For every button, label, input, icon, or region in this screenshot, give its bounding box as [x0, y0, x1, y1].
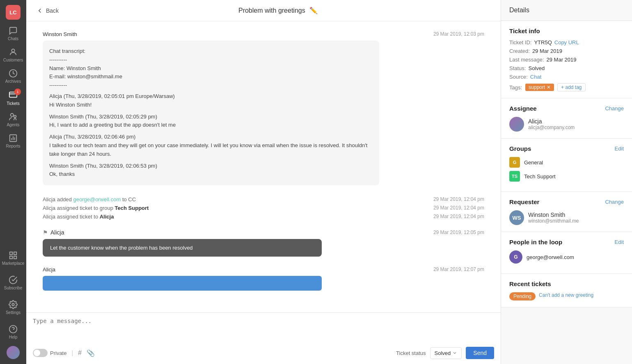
tag-remove-icon[interactable]: ✕ [547, 84, 551, 90]
group-badge-ts: TS [509, 171, 520, 182]
attachment-icon[interactable]: 📎 [87, 349, 95, 357]
ticket-title: Problem with greetings ✏️ [65, 7, 491, 14]
sidebar-item-agents[interactable]: Agents [0, 109, 26, 130]
message-group-last: Alicja 29 Mar 2019, 12:07 pm [43, 266, 484, 291]
tag-support[interactable]: support ✕ [525, 84, 554, 91]
send-button[interactable]: Send [466, 347, 494, 359]
assignee-change-link[interactable]: Change [605, 105, 624, 111]
sidebar-item-customers[interactable]: Customers [0, 44, 26, 66]
sidebar-item-help[interactable]: Help [2, 321, 24, 343]
note-bubble: Let the customer know when the problem h… [43, 239, 322, 257]
loop-row: G george@orwell.com [509, 250, 624, 264]
last-message-row: Last message: 29 Mar 2019 [509, 57, 624, 63]
svg-point-4 [11, 114, 14, 116]
chat-header: Back Problem with greetings ✏️ [26, 0, 501, 21]
event-group-time: 29 Mar 2019, 12:04 pm [433, 205, 484, 211]
sidebar-item-archives[interactable]: Archives [0, 66, 26, 87]
message-group-note: ⚑ Alicja 29 Mar 2019, 12:05 pm Let the c… [43, 229, 484, 257]
transcript-msg1: Alicja (Thu, 3/28/2019, 02:05:01 pm Euro… [49, 92, 373, 101]
message-header: Winston Smith 29 Mar 2019, 12:03 pm [43, 31, 484, 37]
ticket-info-header: Ticket info [509, 27, 624, 34]
ticket-info-section: Ticket info Ticket ID: YTR5Q Copy URL Cr… [501, 21, 632, 98]
main-content: Back Problem with greetings ✏️ Winston S… [26, 0, 501, 364]
hashtag-icon[interactable]: # [78, 349, 82, 357]
chat-area: Winston Smith 29 Mar 2019, 12:03 pm Chat… [26, 21, 501, 312]
groups-edit-link[interactable]: Edit [615, 146, 624, 152]
back-arrow-icon [36, 7, 44, 14]
sidebar-item-marketplace[interactable]: Marketplace [2, 248, 24, 269]
toggle-switch[interactable] [33, 349, 48, 357]
svg-rect-11 [14, 252, 16, 255]
source-row: Source: Chat [509, 74, 624, 80]
last-msg-time: 29 Mar 2019, 12:07 pm [433, 266, 484, 273]
transcript-name: Name: Winston Smith [49, 64, 373, 73]
svg-rect-10 [10, 252, 12, 255]
sidebar: LC Chats Customers Archives 1 Tickets Ag… [0, 0, 26, 364]
requester-section: Requester Change WS Winston Smith winsto… [501, 192, 632, 232]
people-loop-header: People in the loop Edit [509, 239, 624, 246]
ticket-id-row: Ticket ID: YTR5Q Copy URL [509, 39, 624, 46]
sidebar-item-subscribe-label: Subscribe [4, 286, 22, 290]
transcript-msg2-text: Hi, I want to add a greeting but the app… [49, 121, 373, 130]
event-cc-link[interactable]: george@orwell.com [73, 196, 121, 202]
back-button[interactable]: Back [36, 7, 59, 14]
svg-point-5 [14, 115, 16, 118]
event-group-text: Alicja assigned ticket to group Tech Sup… [43, 205, 149, 211]
group-row-general: G General [509, 157, 624, 168]
transcript-msg4: Winston Smith (Thu, 3/28/2019, 02:06:53 … [49, 162, 373, 171]
last-msg-bubble [43, 276, 322, 291]
transcript-email: E-mail: winston@smithmail.me [49, 73, 373, 81]
system-events: Alicja added george@orwell.com to CC 29 … [43, 195, 484, 221]
transcript-msg1-text: Hi Winston Smith! [49, 101, 373, 109]
tags-row: Tags: support ✕ + add tag [509, 83, 624, 91]
sidebar-item-subscribe[interactable]: Subscribe [2, 272, 24, 293]
sidebar-item-settings[interactable]: Settings [2, 297, 24, 318]
last-msg-header: Alicja 29 Mar 2019, 12:07 pm [43, 266, 484, 273]
edit-title-icon[interactable]: ✏️ [309, 7, 318, 14]
assignee-name: Alicja [528, 118, 575, 125]
status-value: Solved [435, 350, 451, 356]
group-name-general: General [524, 159, 543, 166]
tag-support-label: support [529, 84, 545, 90]
ticket-info-title: Ticket info [509, 27, 540, 34]
last-message-label: Last message: [509, 57, 544, 63]
source-value[interactable]: Chat [530, 74, 541, 80]
message-time: 29 Mar 2019, 12:03 pm [433, 31, 484, 37]
private-toggle[interactable]: Private [33, 349, 66, 357]
ticket-status-badge: Pending [509, 292, 536, 300]
event-assign-text: Alicja assigned ticket to Alicja [43, 214, 114, 220]
note-author-row: ⚑ Alicja 29 Mar 2019, 12:05 pm [43, 229, 484, 236]
people-loop-edit-link[interactable]: Edit [615, 239, 624, 245]
event-assign-time: 29 Mar 2019, 12:04 pm [433, 214, 484, 220]
message-group-transcript: Winston Smith 29 Mar 2019, 12:03 pm Chat… [43, 31, 484, 185]
transcript-msg2: Winston Smith (Thu, 3/28/2019, 02:05:29 … [49, 113, 373, 121]
ticket-link[interactable]: Can't add a new greeting [539, 292, 593, 300]
group-row-tech: TS Tech Support [509, 171, 624, 182]
message-author: Winston Smith [43, 31, 77, 37]
sidebar-item-tickets-label: Tickets [7, 101, 19, 106]
sidebar-item-chats[interactable]: Chats [0, 23, 26, 44]
sidebar-item-archives-label: Archives [5, 79, 21, 84]
svg-rect-12 [10, 256, 12, 259]
sidebar-item-reports[interactable]: Reports [0, 130, 26, 152]
sidebar-item-tickets[interactable]: 1 Tickets [0, 87, 26, 109]
event-cc-text: Alicja added george@orwell.com to CC [43, 196, 136, 202]
sidebar-item-agents-label: Agents [7, 123, 19, 127]
panel-title: Details [509, 7, 529, 14]
assignee-email: alicja@company.com [528, 125, 575, 130]
transcript-divider2: ---------- [49, 81, 373, 90]
copy-url-link[interactable]: Copy URL [554, 39, 579, 46]
input-area: Private | # 📎 Ticket status Solved Send [26, 312, 501, 364]
toggle-knob [34, 350, 40, 356]
loop-email: george@orwell.com [527, 254, 574, 260]
requester-name: Winston Smith [528, 212, 579, 218]
message-input[interactable] [33, 318, 494, 342]
app-logo[interactable]: LC [6, 5, 21, 20]
add-tag-button[interactable]: + add tag [557, 83, 585, 91]
group-name-tech: Tech Support [524, 173, 556, 180]
user-avatar[interactable] [7, 346, 20, 359]
groups-section: Groups Edit G General TS Tech Support [501, 139, 632, 192]
requester-change-link[interactable]: Change [605, 199, 624, 205]
status-dropdown[interactable]: Solved [430, 347, 462, 359]
sidebar-item-help-label: Help [9, 335, 18, 339]
